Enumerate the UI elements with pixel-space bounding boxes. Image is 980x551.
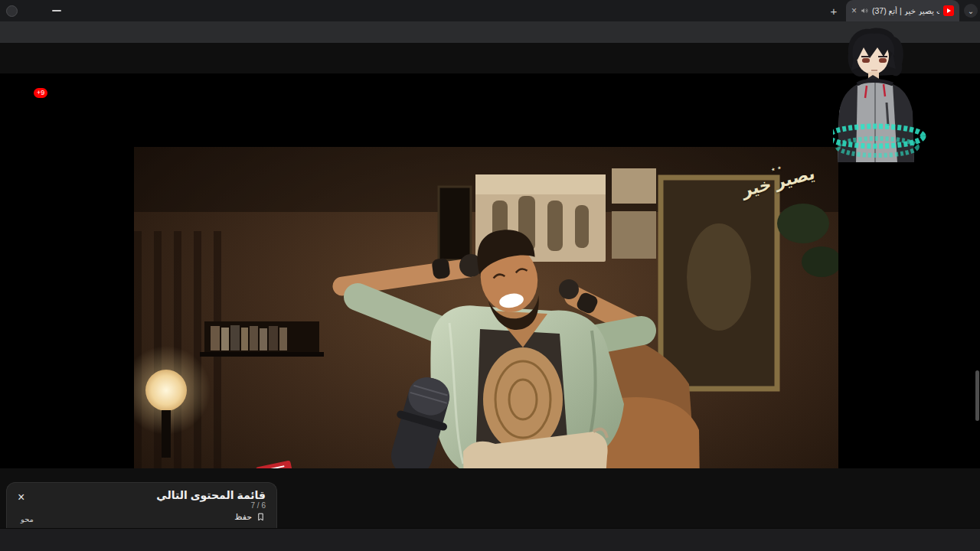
notification-badge: +9 xyxy=(34,88,47,98)
browser-tab[interactable]: × (37) بودكاست يصير خير | أتع xyxy=(846,0,959,21)
windows-taskbar: ٥:٤٠ م ٤٧/٠٩/١٣ ع ^ ◉ 9+ W A EPIC ◷ 9+ xyxy=(0,528,980,551)
new-tab-button[interactable]: + xyxy=(826,3,841,18)
window-profile-icon[interactable] xyxy=(6,5,18,17)
tab-search-chevron[interactable]: ⌄ xyxy=(964,4,978,18)
page-scrollbar[interactable] xyxy=(975,370,979,421)
panel-bookmark-icon xyxy=(256,512,266,522)
youtube-favicon xyxy=(943,5,954,16)
panel-counter: 7 / 6 xyxy=(18,501,266,510)
panel-actions: حفظ محو xyxy=(18,512,266,527)
panel-clear-button[interactable]: محو xyxy=(21,515,34,523)
panel-save-button[interactable]: حفظ xyxy=(234,512,266,522)
panel-close-icon[interactable]: × xyxy=(18,491,24,504)
tab-audio-icon xyxy=(861,7,868,15)
screen: + × (37) بودكاست يصير خير | أتع ⌄ ⋮ ♪ | … xyxy=(0,0,980,551)
vtuber-avatar-overlay xyxy=(833,28,929,162)
up-next-panel: قائمة المحتوى التالي 7 / 6 × حفظ محو xyxy=(6,482,277,528)
browser-tabstrip: + × (37) بودكاست يصير خير | أتع ⌄ xyxy=(0,0,980,21)
tab-title: (37) بودكاست يصير خير | أتع xyxy=(872,6,939,15)
tab-close-icon[interactable]: × xyxy=(851,6,857,15)
window-minimize-button[interactable] xyxy=(52,10,61,11)
panel-title: قائمة المحتوى التالي xyxy=(18,489,266,501)
